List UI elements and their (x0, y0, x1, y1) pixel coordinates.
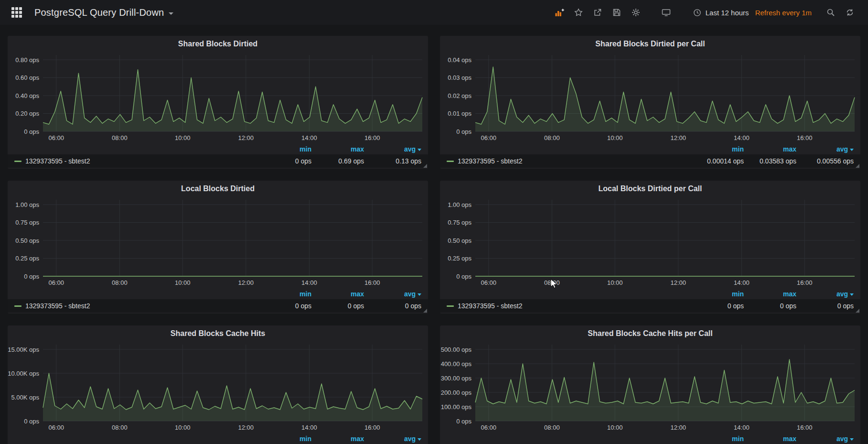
svg-text:0.75 ops: 0.75 ops (15, 219, 39, 226)
svg-text:1.00 ops: 1.00 ops (15, 201, 39, 208)
panel-resize-handle[interactable] (423, 309, 427, 313)
legend-sort-min[interactable]: min (732, 435, 744, 443)
save-dashboard-button[interactable] (607, 4, 626, 21)
legend-series-toggle[interactable]: 1329373595 - sbtest2 (14, 302, 259, 310)
svg-text:14:00: 14:00 (301, 134, 317, 141)
legend-sort-avg[interactable]: avg (404, 145, 421, 153)
legend-sort-avg[interactable]: avg (404, 290, 421, 298)
panel: Local Blocks Dirtied per Call 06:0008:00… (440, 181, 860, 314)
legend-sort-max[interactable]: max (351, 435, 364, 443)
star-dashboard-button[interactable] (569, 4, 588, 21)
dashboard-title-dropdown[interactable]: PostgreSQL Query Drill-Down (34, 7, 173, 18)
legend-sort-avg[interactable]: avg (836, 145, 854, 153)
tv-mode-button[interactable] (657, 4, 676, 21)
legend-sort-avg[interactable]: avg (404, 435, 421, 443)
legend-sort-min[interactable]: min (300, 435, 311, 443)
time-series-chart[interactable]: 06:0008:0010:0012:0014:0016:000 ops100.0… (440, 342, 860, 433)
time-series-chart[interactable]: 06:0008:0010:0012:0014:0016:000 ops0.01 … (440, 52, 860, 144)
legend-avg-value: 0 ops (364, 302, 421, 310)
svg-text:16:00: 16:00 (364, 279, 380, 286)
svg-text:0 ops: 0 ops (456, 273, 472, 280)
legend-avg-value: 0 ops (796, 302, 854, 310)
legend: min max avg 1329373595 - sbtest2 (8, 433, 428, 444)
sort-caret-icon (850, 293, 854, 296)
legend-sort-max[interactable]: max (783, 435, 796, 443)
legend-series-name: 1329373595 - sbtest2 (25, 157, 90, 165)
legend-sort-max[interactable]: max (351, 145, 364, 153)
svg-text:0.04 ops: 0.04 ops (448, 56, 472, 64)
zoom-out-button[interactable] (821, 4, 840, 21)
svg-text:0.50 ops: 0.50 ops (15, 237, 39, 244)
legend-series-toggle[interactable]: 1329373595 - sbtest2 (14, 157, 259, 165)
panel-resize-handle[interactable] (856, 164, 859, 168)
time-series-chart[interactable]: 06:0008:0010:0012:0014:0016:000 ops0.25 … (8, 197, 428, 289)
svg-text:0.20 ops: 0.20 ops (15, 110, 39, 117)
share-dashboard-button[interactable] (588, 4, 607, 21)
panel-title[interactable]: Shared Blocks Cache Hits (8, 325, 428, 342)
legend-header-row: min max avg (440, 144, 860, 154)
svg-text:200.00 ops: 200.00 ops (441, 389, 472, 396)
clock-icon (693, 9, 701, 17)
legend-avg-value: 0.13 ops (364, 157, 421, 165)
panel-title[interactable]: Local Blocks Dirtied per Call (440, 181, 860, 197)
panel-title[interactable]: Shared Blocks Cache Hits per Call (440, 325, 860, 342)
time-series-chart[interactable]: 06:0008:0010:0012:0014:0016:000 ops0.20 … (8, 52, 428, 144)
legend-series-name: 1329373595 - sbtest2 (25, 302, 90, 310)
legend-sort-max[interactable]: max (783, 290, 796, 298)
svg-text:0.25 ops: 0.25 ops (15, 255, 39, 262)
panel: Shared Blocks Cache Hits 06:0008:0010:00… (8, 325, 428, 444)
svg-text:0.01 ops: 0.01 ops (448, 110, 472, 117)
legend-min-value: 0 ops (259, 302, 311, 310)
svg-text:5.00K ops: 5.00K ops (11, 394, 39, 401)
svg-text:16:00: 16:00 (797, 424, 813, 431)
legend-series-toggle[interactable]: 1329373595 - sbtest2 (447, 157, 691, 165)
svg-text:1.00 ops: 1.00 ops (448, 201, 472, 208)
svg-text:14:00: 14:00 (734, 134, 750, 141)
svg-text:16:00: 16:00 (797, 134, 813, 141)
legend-header-row: min max avg (8, 289, 428, 299)
series-color-swatch (14, 305, 21, 307)
chart-canvas: 06:0008:0010:0012:0014:0016:000 ops0.01 … (440, 52, 860, 144)
panel-resize-handle[interactable] (423, 164, 427, 168)
svg-text:0 ops: 0 ops (24, 418, 39, 425)
magnifier-icon (826, 8, 835, 17)
time-range-picker[interactable]: Last 12 hours Refresh every 1m (687, 4, 817, 21)
svg-text:10:00: 10:00 (607, 134, 623, 141)
legend-sort-avg[interactable]: avg (836, 435, 854, 443)
legend-sort-min[interactable]: min (300, 145, 311, 153)
time-series-chart[interactable]: 06:0008:0010:0012:0014:0016:000 ops0.25 … (440, 197, 860, 289)
add-panel-button[interactable] (550, 4, 569, 21)
refresh-interval-label: Refresh every 1m (755, 9, 812, 17)
chart-canvas: 06:0008:0010:0012:0014:0016:000 ops0.20 … (8, 52, 428, 144)
legend: min max avg 1329373595 - sbtest2 0 ops 0… (8, 144, 428, 168)
legend-min-value: 0 ops (691, 302, 744, 310)
legend-avg-value: 0.00556 ops (796, 157, 854, 165)
legend-sort-max[interactable]: max (783, 145, 796, 153)
panel-title[interactable]: Shared Blocks Dirtied per Call (440, 36, 860, 52)
legend-min-value: 0 ops (259, 157, 311, 165)
svg-text:08:00: 08:00 (544, 134, 560, 141)
svg-text:0.25 ops: 0.25 ops (448, 255, 472, 262)
dashboard-settings-button[interactable] (626, 4, 645, 21)
legend-sort-max[interactable]: max (351, 290, 364, 298)
chevron-down-icon (169, 12, 173, 15)
time-series-chart[interactable]: 06:0008:0010:0012:0014:0016:000 ops5.00K… (8, 342, 428, 433)
chart-canvas: 06:0008:0010:0012:0014:0016:000 ops100.0… (440, 342, 860, 433)
legend-series-row: 1329373595 - sbtest2 0 ops 0 ops 0 ops (8, 299, 428, 313)
svg-text:08:00: 08:00 (112, 134, 128, 141)
refresh-button[interactable] (840, 4, 859, 21)
legend-series-toggle[interactable]: 1329373595 - sbtest2 (447, 302, 691, 310)
legend-sort-min[interactable]: min (732, 145, 744, 153)
grafana-menu-button[interactable] (6, 4, 28, 21)
legend-series-row: 1329373595 - sbtest2 0 ops 0.69 ops 0.13… (8, 154, 428, 168)
panel-title[interactable]: Shared Blocks Dirtied (8, 36, 428, 52)
legend-sort-avg[interactable]: avg (836, 290, 854, 298)
svg-text:06:00: 06:00 (481, 279, 497, 286)
panel-title[interactable]: Local Blocks Dirtied (8, 181, 428, 197)
panel-resize-handle[interactable] (856, 309, 859, 313)
legend-sort-min[interactable]: min (732, 290, 744, 298)
legend-sort-min[interactable]: min (300, 290, 311, 298)
share-icon (593, 8, 602, 17)
svg-text:14:00: 14:00 (734, 424, 750, 431)
add-panel-icon (555, 8, 564, 17)
